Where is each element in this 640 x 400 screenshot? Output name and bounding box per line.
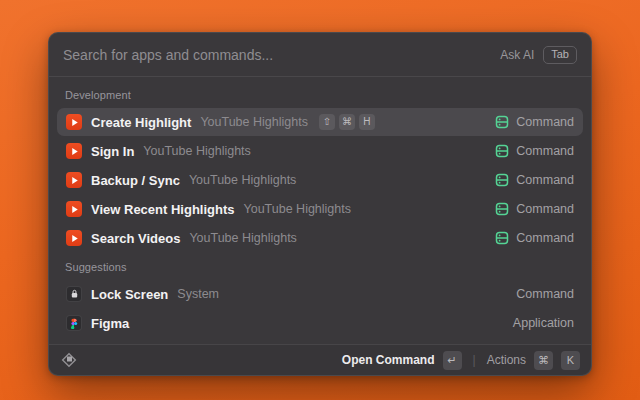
item-title: Create Highlight (91, 115, 191, 130)
list-item-backup-sync[interactable]: Backup / Sync YouTube Highlights Command (57, 166, 583, 194)
command-terminal-icon (495, 144, 509, 158)
open-command-button[interactable]: Open Command (342, 353, 435, 367)
h-key: H (359, 114, 375, 130)
youtube-highlights-icon (66, 230, 82, 246)
figma-icon (66, 315, 82, 331)
item-shortcut: ⇧ ⌘ H (319, 114, 375, 130)
list-item-view-recent-highlights[interactable]: View Recent Highlights YouTube Highlight… (57, 195, 583, 223)
item-title: Lock Screen (91, 287, 168, 302)
item-subtitle: YouTube Highlights (244, 202, 351, 216)
command-terminal-icon (495, 231, 509, 245)
cmd-key-icon: ⌘ (534, 351, 553, 370)
command-terminal-icon (495, 173, 509, 187)
footer-divider: | (473, 353, 476, 367)
search-input[interactable] (63, 47, 500, 63)
item-type: Command (516, 287, 574, 301)
item-type: Command (516, 231, 574, 245)
raycast-logo (60, 351, 78, 369)
list-item-create-highlight[interactable]: Create Highlight YouTube Highlights ⇧ ⌘ … (57, 108, 583, 136)
footer-bar: Open Command ↵ | Actions ⌘ K (49, 344, 591, 375)
k-key: K (561, 351, 580, 370)
item-type: Command (516, 144, 574, 158)
launcher-window: Ask AI Tab Development Create Highlight … (48, 32, 592, 376)
list-item-search-videos[interactable]: Search Videos YouTube Highlights Command (57, 224, 583, 252)
list-item-lock-screen[interactable]: Lock Screen System Command (57, 280, 583, 308)
item-type: Command (516, 202, 574, 216)
item-subtitle: YouTube Highlights (143, 144, 250, 158)
actions-button[interactable]: Actions (487, 353, 526, 367)
item-subtitle: YouTube Highlights (200, 115, 307, 129)
youtube-highlights-icon (66, 143, 82, 159)
command-terminal-icon (495, 115, 509, 129)
lock-icon (66, 286, 82, 302)
item-title: View Recent Highlights (91, 202, 235, 217)
item-type: Command (516, 173, 574, 187)
results-list: Development Create Highlight YouTube Hig… (49, 77, 591, 344)
list-item-sign-in[interactable]: Sign In YouTube Highlights Command (57, 137, 583, 165)
enter-key-icon: ↵ (443, 351, 462, 370)
tab-key-badge: Tab (543, 46, 577, 64)
ask-ai-label[interactable]: Ask AI (500, 48, 534, 62)
item-type: Command (516, 115, 574, 129)
shift-key-icon: ⇧ (319, 114, 335, 130)
youtube-highlights-icon (66, 201, 82, 217)
command-terminal-icon (495, 202, 509, 216)
section-title-suggestions: Suggestions (57, 253, 583, 280)
item-title: Figma (91, 316, 129, 331)
item-title: Search Videos (91, 231, 180, 246)
youtube-highlights-icon (66, 172, 82, 188)
item-title: Sign In (91, 144, 134, 159)
search-bar: Ask AI Tab (49, 33, 591, 77)
list-item-figma[interactable]: Figma Application (57, 309, 583, 337)
youtube-highlights-icon (66, 114, 82, 130)
item-subtitle: YouTube Highlights (189, 231, 296, 245)
item-subtitle: YouTube Highlights (189, 173, 296, 187)
item-title: Backup / Sync (91, 173, 180, 188)
item-subtitle: System (177, 287, 219, 301)
cmd-key-icon: ⌘ (339, 114, 355, 130)
item-type: Application (513, 316, 574, 330)
section-title-development: Development (57, 81, 583, 108)
